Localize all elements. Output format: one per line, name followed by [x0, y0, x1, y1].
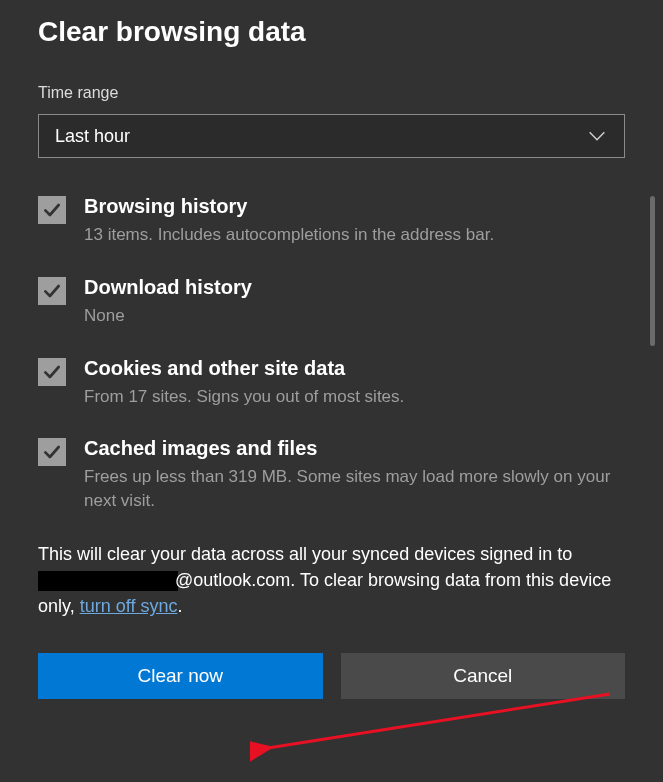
check-icon: [42, 442, 62, 462]
option-label: Cookies and other site data: [84, 356, 625, 381]
scrollbar[interactable]: [650, 196, 655, 346]
info-prefix: This will clear your data across all you…: [38, 544, 572, 564]
info-suffix: .: [177, 596, 182, 616]
time-range-label: Time range: [38, 84, 625, 102]
option-cookies: Cookies and other site data From 17 site…: [38, 356, 625, 409]
redacted-email: [38, 571, 178, 591]
time-range-select[interactable]: Last hour: [38, 114, 625, 158]
check-icon: [42, 281, 62, 301]
chevron-down-icon: [586, 125, 608, 147]
time-range-value: Last hour: [55, 126, 586, 147]
options-list: Browsing history 13 items. Includes auto…: [38, 194, 625, 513]
option-cached: Cached images and files Frees up less th…: [38, 436, 625, 513]
option-desc: None: [84, 304, 625, 328]
check-icon: [42, 200, 62, 220]
option-label: Cached images and files: [84, 436, 625, 461]
turn-off-sync-link[interactable]: turn off sync: [80, 596, 178, 616]
option-desc: 13 items. Includes autocompletions in th…: [84, 223, 625, 247]
annotation-arrow-icon: [250, 688, 620, 774]
info-email-domain: @outlook.com: [175, 570, 290, 590]
checkbox-browsing-history[interactable]: [38, 196, 66, 224]
sync-info-text: This will clear your data across all you…: [38, 541, 625, 619]
option-desc: Frees up less than 319 MB. Some sites ma…: [84, 465, 625, 513]
option-download-history: Download history None: [38, 275, 625, 328]
cancel-button[interactable]: Cancel: [341, 653, 626, 699]
checkbox-download-history[interactable]: [38, 277, 66, 305]
option-browsing-history: Browsing history 13 items. Includes auto…: [38, 194, 625, 247]
option-label: Browsing history: [84, 194, 625, 219]
button-row: Clear now Cancel: [38, 653, 625, 699]
check-icon: [42, 362, 62, 382]
clear-now-button[interactable]: Clear now: [38, 653, 323, 699]
dialog-title: Clear browsing data: [38, 16, 625, 48]
option-label: Download history: [84, 275, 625, 300]
svg-line-1: [268, 694, 610, 748]
checkbox-cookies[interactable]: [38, 358, 66, 386]
checkbox-cached[interactable]: [38, 438, 66, 466]
option-desc: From 17 sites. Signs you out of most sit…: [84, 385, 625, 409]
